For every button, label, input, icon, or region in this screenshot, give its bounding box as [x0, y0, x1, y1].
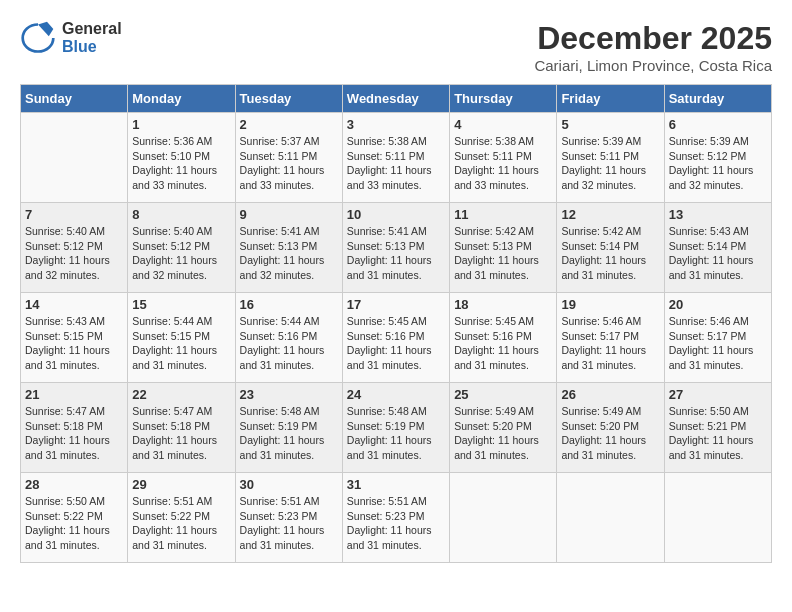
day-info: Sunrise: 5:41 AM Sunset: 5:13 PM Dayligh… [240, 224, 338, 283]
day-number: 26 [561, 387, 659, 402]
day-cell: 4Sunrise: 5:38 AM Sunset: 5:11 PM Daylig… [450, 113, 557, 203]
day-cell: 7Sunrise: 5:40 AM Sunset: 5:12 PM Daylig… [21, 203, 128, 293]
day-number: 28 [25, 477, 123, 492]
day-cell [664, 473, 771, 563]
day-cell: 11Sunrise: 5:42 AM Sunset: 5:13 PM Dayli… [450, 203, 557, 293]
day-info: Sunrise: 5:38 AM Sunset: 5:11 PM Dayligh… [454, 134, 552, 193]
day-cell: 12Sunrise: 5:42 AM Sunset: 5:14 PM Dayli… [557, 203, 664, 293]
page-header: General Blue December 2025 Cariari, Limo… [20, 20, 772, 74]
day-cell: 17Sunrise: 5:45 AM Sunset: 5:16 PM Dayli… [342, 293, 449, 383]
week-row-5: 28Sunrise: 5:50 AM Sunset: 5:22 PM Dayli… [21, 473, 772, 563]
week-row-3: 14Sunrise: 5:43 AM Sunset: 5:15 PM Dayli… [21, 293, 772, 383]
day-info: Sunrise: 5:44 AM Sunset: 5:15 PM Dayligh… [132, 314, 230, 373]
day-number: 17 [347, 297, 445, 312]
day-info: Sunrise: 5:47 AM Sunset: 5:18 PM Dayligh… [25, 404, 123, 463]
day-number: 12 [561, 207, 659, 222]
month-title: December 2025 [534, 20, 772, 57]
header-friday: Friday [557, 85, 664, 113]
logo-icon [20, 20, 56, 56]
title-block: December 2025 Cariari, Limon Province, C… [534, 20, 772, 74]
day-number: 9 [240, 207, 338, 222]
header-wednesday: Wednesday [342, 85, 449, 113]
day-info: Sunrise: 5:41 AM Sunset: 5:13 PM Dayligh… [347, 224, 445, 283]
day-cell: 30Sunrise: 5:51 AM Sunset: 5:23 PM Dayli… [235, 473, 342, 563]
header-tuesday: Tuesday [235, 85, 342, 113]
day-number: 7 [25, 207, 123, 222]
logo-general-text: General [62, 20, 122, 38]
day-info: Sunrise: 5:43 AM Sunset: 5:15 PM Dayligh… [25, 314, 123, 373]
day-number: 11 [454, 207, 552, 222]
day-number: 3 [347, 117, 445, 132]
day-number: 2 [240, 117, 338, 132]
day-cell: 2Sunrise: 5:37 AM Sunset: 5:11 PM Daylig… [235, 113, 342, 203]
day-number: 25 [454, 387, 552, 402]
day-number: 31 [347, 477, 445, 492]
day-cell: 24Sunrise: 5:48 AM Sunset: 5:19 PM Dayli… [342, 383, 449, 473]
day-number: 21 [25, 387, 123, 402]
calendar-table: SundayMondayTuesdayWednesdayThursdayFrid… [20, 84, 772, 563]
logo: General Blue [20, 20, 122, 56]
day-cell: 3Sunrise: 5:38 AM Sunset: 5:11 PM Daylig… [342, 113, 449, 203]
day-info: Sunrise: 5:45 AM Sunset: 5:16 PM Dayligh… [347, 314, 445, 373]
day-number: 30 [240, 477, 338, 492]
day-cell: 20Sunrise: 5:46 AM Sunset: 5:17 PM Dayli… [664, 293, 771, 383]
day-number: 22 [132, 387, 230, 402]
header-saturday: Saturday [664, 85, 771, 113]
day-number: 14 [25, 297, 123, 312]
day-info: Sunrise: 5:48 AM Sunset: 5:19 PM Dayligh… [347, 404, 445, 463]
logo-blue-text: Blue [62, 38, 122, 56]
week-row-2: 7Sunrise: 5:40 AM Sunset: 5:12 PM Daylig… [21, 203, 772, 293]
day-info: Sunrise: 5:38 AM Sunset: 5:11 PM Dayligh… [347, 134, 445, 193]
day-number: 15 [132, 297, 230, 312]
day-info: Sunrise: 5:51 AM Sunset: 5:22 PM Dayligh… [132, 494, 230, 553]
day-info: Sunrise: 5:46 AM Sunset: 5:17 PM Dayligh… [561, 314, 659, 373]
day-info: Sunrise: 5:39 AM Sunset: 5:11 PM Dayligh… [561, 134, 659, 193]
day-info: Sunrise: 5:39 AM Sunset: 5:12 PM Dayligh… [669, 134, 767, 193]
day-cell: 21Sunrise: 5:47 AM Sunset: 5:18 PM Dayli… [21, 383, 128, 473]
day-cell: 28Sunrise: 5:50 AM Sunset: 5:22 PM Dayli… [21, 473, 128, 563]
day-info: Sunrise: 5:36 AM Sunset: 5:10 PM Dayligh… [132, 134, 230, 193]
day-cell: 25Sunrise: 5:49 AM Sunset: 5:20 PM Dayli… [450, 383, 557, 473]
day-cell: 13Sunrise: 5:43 AM Sunset: 5:14 PM Dayli… [664, 203, 771, 293]
day-info: Sunrise: 5:50 AM Sunset: 5:21 PM Dayligh… [669, 404, 767, 463]
location: Cariari, Limon Province, Costa Rica [534, 57, 772, 74]
day-cell: 16Sunrise: 5:44 AM Sunset: 5:16 PM Dayli… [235, 293, 342, 383]
day-info: Sunrise: 5:40 AM Sunset: 5:12 PM Dayligh… [25, 224, 123, 283]
day-cell: 29Sunrise: 5:51 AM Sunset: 5:22 PM Dayli… [128, 473, 235, 563]
day-number: 18 [454, 297, 552, 312]
day-cell: 5Sunrise: 5:39 AM Sunset: 5:11 PM Daylig… [557, 113, 664, 203]
day-number: 23 [240, 387, 338, 402]
day-number: 8 [132, 207, 230, 222]
day-info: Sunrise: 5:42 AM Sunset: 5:13 PM Dayligh… [454, 224, 552, 283]
day-cell: 15Sunrise: 5:44 AM Sunset: 5:15 PM Dayli… [128, 293, 235, 383]
day-number: 19 [561, 297, 659, 312]
day-cell [450, 473, 557, 563]
day-info: Sunrise: 5:49 AM Sunset: 5:20 PM Dayligh… [454, 404, 552, 463]
day-cell: 31Sunrise: 5:51 AM Sunset: 5:23 PM Dayli… [342, 473, 449, 563]
day-info: Sunrise: 5:48 AM Sunset: 5:19 PM Dayligh… [240, 404, 338, 463]
day-number: 16 [240, 297, 338, 312]
day-cell: 1Sunrise: 5:36 AM Sunset: 5:10 PM Daylig… [128, 113, 235, 203]
day-info: Sunrise: 5:43 AM Sunset: 5:14 PM Dayligh… [669, 224, 767, 283]
day-info: Sunrise: 5:37 AM Sunset: 5:11 PM Dayligh… [240, 134, 338, 193]
day-info: Sunrise: 5:51 AM Sunset: 5:23 PM Dayligh… [240, 494, 338, 553]
header-monday: Monday [128, 85, 235, 113]
day-cell: 8Sunrise: 5:40 AM Sunset: 5:12 PM Daylig… [128, 203, 235, 293]
day-info: Sunrise: 5:46 AM Sunset: 5:17 PM Dayligh… [669, 314, 767, 373]
day-number: 4 [454, 117, 552, 132]
week-row-4: 21Sunrise: 5:47 AM Sunset: 5:18 PM Dayli… [21, 383, 772, 473]
day-cell: 26Sunrise: 5:49 AM Sunset: 5:20 PM Dayli… [557, 383, 664, 473]
day-cell [21, 113, 128, 203]
day-info: Sunrise: 5:49 AM Sunset: 5:20 PM Dayligh… [561, 404, 659, 463]
day-cell: 27Sunrise: 5:50 AM Sunset: 5:21 PM Dayli… [664, 383, 771, 473]
header-thursday: Thursday [450, 85, 557, 113]
day-info: Sunrise: 5:40 AM Sunset: 5:12 PM Dayligh… [132, 224, 230, 283]
day-cell: 23Sunrise: 5:48 AM Sunset: 5:19 PM Dayli… [235, 383, 342, 473]
day-info: Sunrise: 5:51 AM Sunset: 5:23 PM Dayligh… [347, 494, 445, 553]
day-cell: 14Sunrise: 5:43 AM Sunset: 5:15 PM Dayli… [21, 293, 128, 383]
day-info: Sunrise: 5:50 AM Sunset: 5:22 PM Dayligh… [25, 494, 123, 553]
day-number: 10 [347, 207, 445, 222]
day-number: 24 [347, 387, 445, 402]
day-number: 20 [669, 297, 767, 312]
day-cell [557, 473, 664, 563]
